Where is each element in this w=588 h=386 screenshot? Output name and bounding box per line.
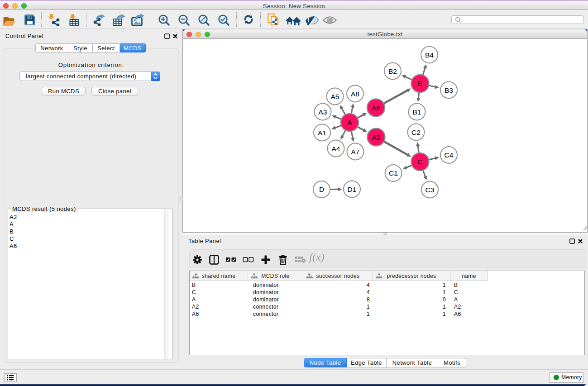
- svg-text:A2: A2: [372, 133, 381, 141]
- svg-text:C4: C4: [445, 151, 454, 159]
- svg-text:D: D: [319, 186, 324, 193]
- svg-text:C: C: [417, 158, 422, 166]
- svg-text:A3: A3: [319, 108, 327, 116]
- svg-text:B4: B4: [425, 51, 434, 59]
- svg-text:A6: A6: [372, 104, 380, 112]
- svg-text:C3: C3: [425, 186, 435, 194]
- svg-text:B: B: [418, 80, 422, 87]
- svg-text:B2: B2: [388, 67, 397, 75]
- svg-text:A8: A8: [351, 90, 359, 98]
- svg-text:A: A: [347, 119, 352, 126]
- svg-text:A5: A5: [331, 93, 339, 100]
- svg-text:A7: A7: [351, 148, 360, 156]
- svg-text:A1: A1: [318, 129, 326, 137]
- svg-text:B3: B3: [445, 86, 453, 94]
- svg-text:A4: A4: [332, 145, 340, 152]
- svg-text:B1: B1: [413, 108, 421, 116]
- svg-text:C1: C1: [389, 169, 398, 177]
- svg-text:C2: C2: [411, 129, 421, 136]
- svg-text:D1: D1: [348, 186, 357, 193]
